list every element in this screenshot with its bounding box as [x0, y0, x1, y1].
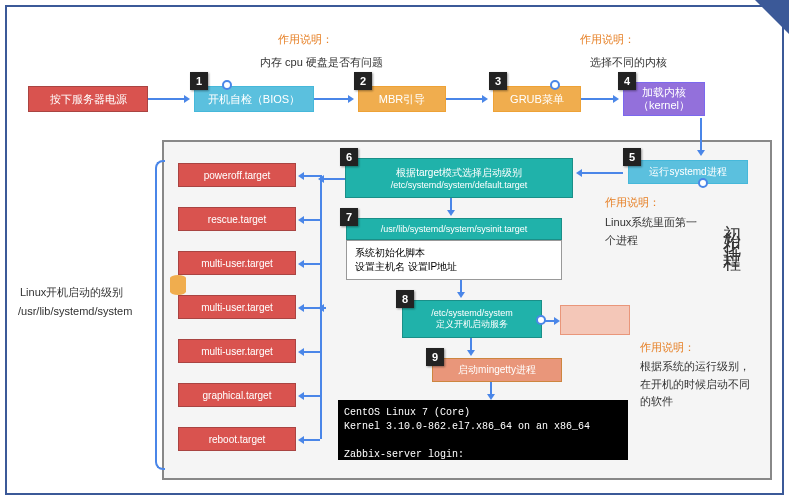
desc-label-1: 作用说明：	[278, 32, 333, 47]
desc-text-2: 选择不同的内核	[590, 55, 667, 70]
desc-text-1: 内存 cpu 硬盘是否有问题	[260, 55, 383, 70]
arrow-6to-targets	[320, 178, 345, 180]
step6-line2: /etc/systemd/system/default.target	[391, 180, 528, 190]
step8-line2: 定义开机启动服务	[436, 318, 508, 331]
desc-label-2: 作用说明：	[580, 32, 635, 47]
arrow-kernel-down	[700, 118, 702, 154]
box-step9: 启动mingetty进程	[432, 358, 562, 382]
box-step8: /etc/systemd/system 定义开机启动服务	[402, 300, 542, 338]
step8-line1: /etc/systemd/system	[431, 308, 513, 318]
num-7: 7	[340, 208, 358, 226]
num-1: 1	[190, 72, 208, 90]
step6-line1: 根据target模式选择启动级别	[396, 166, 522, 180]
arrow-5to6	[578, 172, 623, 174]
fan-a6	[300, 439, 320, 441]
arrow-6to7	[450, 198, 452, 214]
arrow-8aux	[544, 320, 558, 322]
num-9: 9	[426, 348, 444, 366]
vertical-title: 初始化过程	[720, 210, 744, 250]
step8-desc: 根据系统的运行级别，在开机的时候启动不同的软件	[640, 358, 760, 411]
step8-desc-label: 作用说明：	[640, 340, 695, 355]
box-step6: 根据target模式选择启动级别 /etc/systemd/system/def…	[345, 158, 573, 198]
step5-desc: Linux系统里面第一个进程	[605, 214, 705, 249]
brace-bracket	[155, 160, 165, 470]
num-2: 2	[354, 72, 372, 90]
db-icon	[170, 275, 186, 295]
fan-root	[320, 307, 326, 309]
box-power: 按下服务器电源	[28, 86, 148, 112]
arrow-3	[446, 98, 486, 100]
terminal: CentOS Linux 7 (Core) Kernel 3.10.0-862.…	[338, 400, 628, 460]
fan-a1	[300, 219, 320, 221]
num-8: 8	[396, 290, 414, 308]
step7-sub1: 系统初始化脚本	[355, 246, 425, 260]
arrow-7to8	[460, 280, 462, 296]
target-1: rescue.target	[178, 207, 296, 231]
target-5: graphical.target	[178, 383, 296, 407]
step7-sub2: 设置主机名 设置IP地址	[355, 260, 457, 274]
box-step5: 运行systemd进程	[628, 160, 748, 184]
term-l3: Zabbix-server login:	[344, 449, 464, 460]
term-l1: CentOS Linux 7 (Core)	[344, 407, 470, 418]
target-3: multi-user.target	[178, 295, 296, 319]
box-step8-aux	[560, 305, 630, 335]
num-6: 6	[340, 148, 358, 166]
num-5: 5	[623, 148, 641, 166]
dot-bios	[222, 80, 232, 90]
arrow-1	[148, 98, 188, 100]
box-step7: /usr/lib/systemd/system/sysinit.target	[346, 218, 562, 240]
dot-step8	[536, 315, 546, 325]
term-l2: Kernel 3.10.0-862.el7.x86_64 on an x86_6…	[344, 421, 590, 432]
fan-a4	[300, 351, 320, 353]
side-caption-2: /usr/lib/systemd/system	[18, 305, 132, 317]
step5-desc-label: 作用说明：	[605, 195, 660, 210]
target-6: reboot.target	[178, 427, 296, 451]
target-2: multi-user.target	[178, 251, 296, 275]
num-3: 3	[489, 72, 507, 90]
num-4: 4	[618, 72, 636, 90]
arrow-4	[581, 98, 617, 100]
arrow-9toterm	[490, 382, 492, 398]
target-4: multi-user.target	[178, 339, 296, 363]
dot-grub	[550, 80, 560, 90]
target-0: poweroff.target	[178, 163, 296, 187]
box-step7-sub: 系统初始化脚本 设置主机名 设置IP地址	[346, 240, 562, 280]
box-bios: 开机自检（BIOS）	[194, 86, 314, 112]
arrow-8to9	[470, 338, 472, 354]
side-caption-1: Linux开机启动的级别	[20, 285, 123, 300]
fan-a2	[300, 263, 320, 265]
dot-step5	[698, 178, 708, 188]
arrow-2	[314, 98, 352, 100]
fan-a5	[300, 395, 320, 397]
